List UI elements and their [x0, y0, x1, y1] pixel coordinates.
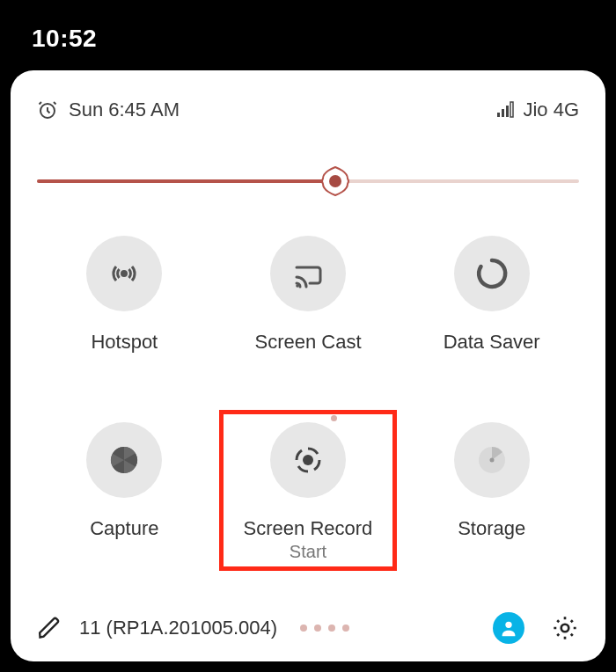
svg-rect-2 — [502, 109, 504, 117]
svg-point-11 — [489, 458, 494, 463]
build-info: 11 (RP1A.201005.004) — [79, 617, 277, 639]
svg-rect-4 — [510, 102, 513, 117]
tile-label: Data Saver — [444, 331, 540, 354]
signal-icon — [496, 101, 514, 119]
tile-label: Hotspot — [91, 331, 158, 354]
network-status: Jio 4G — [496, 99, 579, 121]
svg-point-9 — [303, 455, 313, 465]
page-dot — [328, 625, 335, 632]
tile-label: Capture — [90, 517, 158, 540]
tile-sublabel: Start — [290, 542, 326, 562]
quick-settings-panel: Sun 6:45 AM Jio 4G — [11, 70, 605, 661]
brightness-slider[interactable] — [37, 169, 579, 194]
slider-fill — [37, 179, 335, 183]
settings-button[interactable] — [551, 614, 579, 642]
panel-footer: 11 (RP1A.201005.004) — [37, 589, 579, 644]
cast-icon — [270, 236, 346, 311]
user-avatar-button[interactable] — [493, 612, 524, 644]
svg-point-12 — [505, 622, 511, 628]
tile-label: Screen Record — [244, 517, 373, 540]
quick-tiles-grid: Hotspot Screen Cast Data Saver Capt — [37, 236, 579, 562]
status-bar: Sun 6:45 AM Jio 4G — [37, 99, 579, 121]
page-dot — [314, 625, 321, 632]
edit-tiles-button[interactable] — [37, 616, 62, 640]
recording-indicator-dot — [331, 415, 337, 421]
svg-rect-1 — [497, 113, 500, 117]
svg-point-6 — [121, 270, 128, 277]
qs-tile-screen-cast[interactable]: Screen Cast — [221, 236, 396, 354]
record-icon — [270, 422, 346, 498]
qs-tile-storage[interactable]: Storage — [404, 422, 579, 562]
alarm-time-text: Sun 6:45 AM — [69, 99, 180, 121]
page-dot — [342, 625, 349, 632]
qs-tile-screen-record[interactable]: Screen RecordStart — [221, 422, 396, 562]
page-dot — [300, 625, 307, 632]
hotspot-icon — [86, 236, 162, 311]
brightness-thumb-icon[interactable] — [317, 163, 354, 200]
qs-tile-data-saver[interactable]: Data Saver — [404, 236, 579, 354]
capture-icon — [86, 422, 162, 498]
data-saver-icon — [454, 236, 530, 311]
svg-rect-3 — [506, 106, 509, 117]
tile-label: Storage — [458, 517, 525, 540]
device-clock: 10:52 — [32, 25, 97, 53]
svg-point-13 — [561, 625, 569, 632]
svg-point-5 — [329, 175, 341, 187]
carrier-text: Jio 4G — [523, 99, 579, 121]
alarm-status[interactable]: Sun 6:45 AM — [37, 99, 180, 121]
svg-point-7 — [296, 284, 299, 288]
alarm-icon — [37, 99, 58, 121]
qs-tile-capture[interactable]: Capture — [37, 422, 212, 562]
storage-icon — [454, 422, 530, 498]
tile-label: Screen Cast — [254, 331, 361, 354]
qs-tile-hotspot[interactable]: Hotspot — [37, 236, 212, 354]
page-indicator[interactable] — [300, 625, 349, 632]
